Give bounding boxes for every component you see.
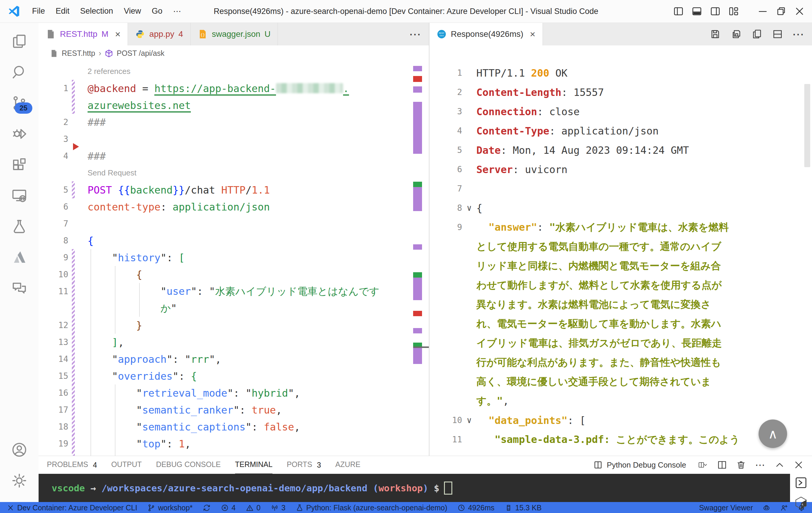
scroll-to-top-button[interactable]: ∧	[759, 420, 787, 448]
overview-ruler-mark	[413, 187, 422, 211]
terminal-picker[interactable]: Python Debug Console	[593, 460, 686, 469]
code-text: {	[75, 235, 93, 247]
layout-panel-icon[interactable]	[689, 4, 704, 19]
status-sync-icon[interactable]	[203, 504, 211, 512]
line-number: 2	[38, 117, 68, 127]
menu-edit[interactable]: Edit	[51, 4, 75, 19]
status-clock-icon[interactable]: 4926ms	[457, 504, 494, 512]
breadcrumb-symbol[interactable]: POST /api/ask	[117, 49, 165, 58]
editor-rest-http[interactable]: 2 references1@backend = https://app-back…	[38, 61, 429, 456]
trash-icon[interactable]	[736, 460, 746, 470]
codelens-link[interactable]: 2 references	[88, 67, 130, 76]
close-panel-icon[interactable]	[793, 460, 804, 470]
fold-chevron-icon[interactable]: ∨	[462, 203, 476, 213]
indent-guide	[139, 283, 140, 300]
menu-[interactable]: ⋯	[168, 4, 186, 19]
code-line: 9 "history": [	[38, 249, 429, 266]
indent-guide	[115, 317, 115, 334]
code-text: れ、電気モーターを駆動して車を動かします。水素ハ	[476, 317, 722, 331]
line-number: 16	[38, 388, 68, 398]
launch-profile-icon[interactable]	[698, 460, 708, 470]
panel-tab-debug-console[interactable]: DEBUG CONSOLE	[156, 456, 221, 474]
breadcrumb-file[interactable]: REST.http	[62, 49, 95, 58]
panel-tab-terminal[interactable]: TERMINAL	[235, 456, 272, 474]
tab-close-icon[interactable]: ×	[530, 29, 535, 40]
fold-chevron-icon[interactable]: ∨	[462, 415, 476, 425]
terminal-instance-icon[interactable]	[794, 476, 808, 490]
activity-source-control-icon[interactable]: 25	[10, 93, 29, 113]
line-number: 6	[38, 202, 68, 212]
code-line: 6content-type: application/json	[38, 198, 429, 215]
editor-response[interactable]: 1HTTP/1.1 200 OK2Content-Length: 155573C…	[430, 46, 812, 456]
codelens-link[interactable]: Send Request	[88, 168, 137, 177]
code-text: イブリッド電車は、排気ガスがゼロであり、長距離走	[476, 336, 722, 350]
tab-response-4926ms-[interactable]: RESTClientResponse(4926ms)×	[430, 23, 543, 46]
git-modified-gutter	[72, 80, 75, 97]
activity-account-icon[interactable]	[10, 440, 29, 459]
tab-badge: M	[102, 29, 108, 39]
code-line: 2Content-Length: 15557	[430, 83, 812, 102]
panel-tab-output[interactable]: OUTPUT	[111, 456, 142, 474]
menu-view[interactable]: View	[118, 4, 146, 19]
menu-selection[interactable]: Selection	[75, 4, 118, 19]
git-modified-gutter	[72, 97, 75, 114]
activity-settings-gear-icon[interactable]	[10, 471, 29, 490]
status-bell-icon[interactable]	[798, 504, 806, 512]
breadcrumb[interactable]: REST.http › POST /api/ask	[38, 46, 429, 61]
code-text: ###	[75, 150, 106, 162]
more-icon[interactable]: ⋯	[409, 28, 421, 40]
line-number: 14	[38, 354, 68, 364]
more-icon[interactable]: ⋯	[755, 459, 766, 471]
code-line: 16 "retrieval_mode": "hybrid",	[38, 384, 429, 401]
status-error-icon[interactable]: 4	[221, 504, 236, 512]
menu-file[interactable]: File	[27, 4, 51, 19]
panel-tab-problems[interactable]: PROBLEMS4	[47, 456, 97, 474]
restore-icon[interactable]	[774, 4, 789, 19]
status-feedback-icon[interactable]	[780, 504, 788, 512]
code-text: す。",	[476, 394, 509, 408]
error-icon	[221, 504, 229, 512]
save-icon[interactable]	[709, 28, 721, 40]
panel-tab-azure[interactable]: AZURE	[336, 456, 360, 474]
activity-run-debug-icon[interactable]	[10, 124, 29, 143]
activity-files-icon[interactable]	[10, 32, 29, 51]
tab-close-icon[interactable]: ×	[115, 29, 120, 40]
split-editor-icon[interactable]	[772, 28, 784, 40]
close-icon[interactable]	[792, 4, 807, 19]
layout-sidebar-right-icon[interactable]	[707, 4, 723, 19]
status-flask-icon[interactable]: Python: Flask (azure-search-openai-demo)	[296, 504, 447, 512]
layout-customize-icon[interactable]	[726, 4, 742, 19]
status-remote-icon[interactable]: Dev Container: Azure Developer CLI	[6, 504, 137, 512]
save-all-icon[interactable]	[730, 28, 742, 40]
status-warning-icon[interactable]: 0	[246, 504, 261, 512]
status-branch-icon[interactable]: workshop*	[147, 504, 193, 512]
activity-testing-icon[interactable]	[10, 217, 29, 236]
activity-search-icon[interactable]	[10, 63, 29, 82]
activity-comments-icon[interactable]	[10, 279, 29, 298]
panel-tab-ports[interactable]: PORTS3	[287, 456, 321, 474]
tab-rest.http[interactable]: REST.httpM×	[38, 23, 128, 46]
status-broadcast-icon[interactable]: 3	[271, 504, 286, 512]
chevron-up-icon[interactable]	[775, 460, 785, 470]
status-bar: Dev Container: Azure Developer CLIworksh…	[0, 502, 812, 513]
more-icon[interactable]: ⋯	[792, 28, 804, 40]
copy-pages-icon[interactable]	[751, 28, 763, 40]
menu-go[interactable]: Go	[146, 4, 168, 19]
status-swagger-viewer[interactable]: Swagger Viewer	[699, 504, 753, 512]
minimize-icon[interactable]	[755, 4, 771, 19]
activity-extensions-icon[interactable]	[10, 155, 29, 174]
tab-swagger.json[interactable]: {}swagger.jsonU	[191, 23, 278, 46]
code-line: 10 {	[38, 266, 429, 283]
activity-azure-icon[interactable]	[10, 248, 29, 267]
status-copilot-icon[interactable]	[762, 504, 771, 512]
terminal[interactable]: vscode → /workspaces/azure-search-openai…	[38, 474, 790, 502]
scrollbar[interactable]	[804, 84, 810, 167]
activity-remote-explorer-icon[interactable]	[10, 186, 29, 205]
split-panel-icon[interactable]	[717, 460, 727, 470]
tab-app.py[interactable]: app.py4	[128, 23, 191, 46]
git-modified-gutter	[72, 334, 75, 351]
overview-ruler-mark	[413, 272, 422, 278]
layout-sidebar-left-icon[interactable]	[671, 4, 686, 19]
status-size-icon[interactable]: 15.3 KB	[504, 504, 542, 512]
git-modified-gutter	[72, 147, 75, 165]
